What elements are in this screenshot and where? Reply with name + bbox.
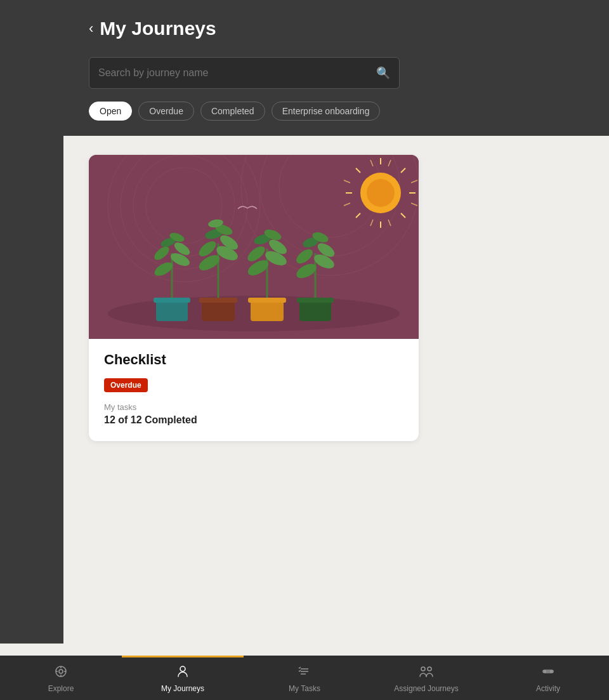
filter-enterprise[interactable]: Enterprise onboarding — [272, 102, 381, 121]
my-tasks-label: My Tasks — [289, 684, 320, 693]
filter-overdue[interactable]: Overdue — [138, 102, 194, 121]
card-illustration — [89, 155, 419, 339]
header-area: ‹ My Journeys 🔍 Open Overdue Completed E… — [0, 0, 609, 136]
back-button[interactable]: ‹ — [89, 20, 93, 37]
nav-assigned-journeys[interactable]: Assigned Journeys — [365, 656, 487, 700]
card-image — [89, 155, 419, 339]
svg-rect-37 — [199, 298, 237, 303]
svg-rect-47 — [248, 298, 286, 303]
nav-activity[interactable]: Activity — [487, 656, 609, 700]
nav-my-tasks[interactable]: My Tasks — [244, 656, 365, 700]
svg-point-74 — [421, 667, 425, 671]
my-tasks-label: My tasks — [104, 402, 403, 412]
back-title: ‹ My Journeys — [89, 18, 520, 39]
left-sidebar-strip — [0, 136, 63, 644]
filter-completed[interactable]: Completed — [200, 102, 265, 121]
search-bar: 🔍 — [89, 57, 400, 89]
main-content: Checklist Overdue My tasks 12 of 12 Comp… — [63, 136, 609, 644]
my-tasks-icon — [298, 665, 311, 681]
journey-card[interactable]: Checklist Overdue My tasks 12 of 12 Comp… — [89, 155, 419, 441]
activity-label: Activity — [536, 684, 560, 693]
overdue-badge: Overdue — [104, 378, 148, 392]
svg-rect-55 — [299, 300, 331, 321]
svg-rect-46 — [251, 300, 284, 321]
tasks-completed: 12 of 12 Completed — [104, 414, 403, 426]
explore-label: Explore — [48, 684, 74, 693]
svg-point-70 — [180, 666, 185, 671]
bottom-nav: Explore My Journeys My Tasks — [0, 656, 609, 700]
filter-tabs: Open Overdue Completed Enterprise onboar… — [89, 102, 520, 121]
nav-my-journeys[interactable]: My Journeys — [122, 656, 244, 700]
svg-point-10 — [367, 179, 395, 207]
card-title: Checklist — [104, 352, 403, 368]
svg-rect-28 — [154, 298, 190, 303]
my-journeys-icon — [176, 665, 189, 681]
assigned-journeys-icon — [419, 665, 433, 681]
my-journeys-label: My Journeys — [161, 684, 204, 693]
search-icon: 🔍 — [376, 66, 390, 80]
activity-icon — [542, 665, 554, 681]
card-body: Checklist Overdue My tasks 12 of 12 Comp… — [89, 339, 419, 441]
svg-point-75 — [428, 667, 431, 671]
svg-rect-36 — [202, 300, 235, 321]
explore-icon — [55, 665, 67, 681]
svg-rect-56 — [297, 298, 334, 303]
content-area: Checklist Overdue My tasks 12 of 12 Comp… — [0, 136, 609, 644]
filter-open[interactable]: Open — [89, 102, 132, 121]
nav-explore[interactable]: Explore — [0, 656, 122, 700]
search-input[interactable] — [98, 67, 376, 79]
page-title: My Journeys — [100, 18, 216, 39]
svg-point-65 — [59, 670, 63, 673]
assigned-journeys-label: Assigned Journeys — [394, 684, 458, 693]
svg-rect-27 — [156, 300, 188, 321]
